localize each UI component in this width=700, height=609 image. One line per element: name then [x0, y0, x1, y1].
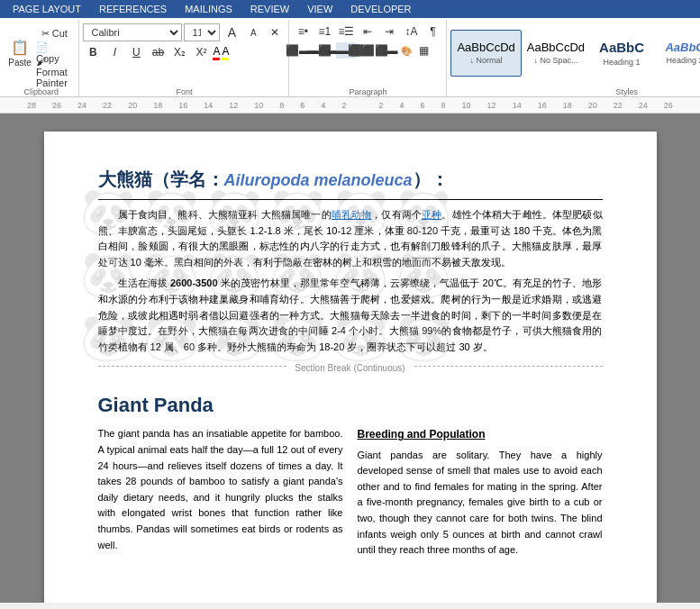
link-mammal[interactable]: 哺乳动物 [332, 209, 372, 220]
style-heading1[interactable]: AaBbC Heading 1 [590, 30, 653, 77]
paragraph-label: Paragraph [293, 86, 442, 96]
tab-view[interactable]: VIEW [298, 0, 341, 18]
col2-title: Breeding and Population [358, 426, 603, 443]
link-subspecies[interactable]: 亚种 [422, 209, 441, 220]
style-heading2-label: Heading 2 [667, 56, 700, 65]
shading-button[interactable]: 🎨 [401, 46, 412, 56]
clear-format-button[interactable]: ✕ [265, 24, 285, 41]
title-scientific: Ailuropoda melanoleuca [224, 171, 413, 189]
shading-icon: 🎨 [401, 46, 412, 56]
title-prefix: 大熊猫（学名： [98, 169, 224, 189]
col1-text: The giant panda has an insatiable appeti… [98, 426, 343, 553]
style-normal-label: ↓ Normal [470, 56, 503, 65]
text-color-button[interactable]: A [213, 45, 220, 60]
styles-label: Styles [450, 86, 700, 96]
italic-button[interactable]: I [105, 44, 124, 60]
ribbon-body: 📋 Paste ✂ Cut 📄 Copy 🖌 Format Painter Cl… [0, 18, 700, 97]
highlight-color-bar [222, 58, 229, 60]
underline-button[interactable]: U [126, 44, 146, 60]
font-size-select[interactable]: 11 [184, 23, 220, 41]
paste-icon: 📋 [11, 38, 29, 58]
paste-button[interactable]: 📋 Paste [7, 30, 32, 77]
col2-text: Giant pandas are solitary. They have a h… [358, 448, 603, 559]
cut-button[interactable]: ✂ Cut [33, 25, 75, 43]
title-suffix: ）： [413, 169, 449, 189]
tab-review[interactable]: REVIEW [241, 0, 298, 18]
paste-label: Paste [8, 58, 32, 68]
column-1: The giant panda has an insatiable appeti… [98, 426, 343, 558]
two-column-section: The giant panda has an insatiable appeti… [98, 426, 603, 558]
clipboard-group: 📋 Paste ✂ Cut 📄 Copy 🖌 Format Painter Cl… [4, 20, 79, 96]
grow-font-button[interactable]: A [222, 24, 241, 41]
font-group: Calibri 11 A A ✕ B I U ab X₂ [79, 20, 289, 96]
ruler-numbers: 28 26 24 22 20 18 16 14 12 10 8 6 4 2 2 … [27, 101, 673, 110]
tab-page-layout[interactable]: PAGE LAYOUT [4, 0, 90, 18]
ruler: 28 26 24 22 20 18 16 14 12 10 8 6 4 2 2 … [0, 97, 700, 114]
decrease-indent-button[interactable]: ⇤ [358, 23, 377, 40]
style-normal-preview: AaBbCcDd [457, 41, 514, 55]
document-page[interactable]: 🐼 🐼 🐼 🐼 🐼 🐼 🐼 🐼 🐼 🐼 🐼 🐼 🐼 🐼 🐼 🐼 🐼 🐼 大熊猫（… [44, 132, 657, 603]
document-container: 🐼 🐼 🐼 🐼 🐼 🐼 🐼 🐼 🐼 🐼 🐼 🐼 🐼 🐼 🐼 🐼 🐼 🐼 大熊猫（… [0, 114, 700, 603]
paragraph-1: 属于食肉目、熊科、大熊猫亚科 大熊猫属唯一的哺乳动物，仅有两个亚种。雄性个体稍大… [98, 207, 603, 270]
ribbon-tab-bar: PAGE LAYOUT REFERENCES MAILINGS REVIEW V… [0, 0, 700, 18]
line-spacing-button[interactable]: ↕▬ [379, 42, 399, 59]
tab-mailings[interactable]: MAILINGS [176, 0, 241, 18]
show-formatting-button[interactable]: ¶ [423, 23, 442, 40]
font-label: Font [83, 86, 285, 96]
justify-button[interactable]: ⬛⬛⬛ [358, 42, 377, 59]
style-heading1-preview: AaBbC [599, 40, 644, 56]
numbering-button[interactable]: ≡1 [314, 23, 334, 40]
font-name-select[interactable]: Calibri [83, 23, 182, 41]
section-break-label: Section Break (Continuous) [287, 363, 412, 373]
increase-indent-button[interactable]: ⇥ [379, 23, 399, 40]
doc-body-chinese: 属于食肉目、熊科、大熊猫亚科 大熊猫属唯一的哺乳动物，仅有两个亚种。雄性个体稍大… [98, 207, 603, 355]
ribbon: PAGE LAYOUT REFERENCES MAILINGS REVIEW V… [0, 0, 700, 97]
style-heading1-label: Heading 1 [604, 58, 641, 67]
shrink-font-button[interactable]: A [243, 24, 263, 41]
multilevel-list-button[interactable]: ≡☰ [336, 23, 356, 40]
paragraph-group: ≡• ≡1 ≡☰ ⇤ ⇥ ↕A ¶ ⬛▬▬ ▬⬛▬ ▬▬⬛ ⬛⬛⬛ ↕▬ [289, 20, 447, 96]
bullets-button[interactable]: ≡• [293, 23, 313, 40]
style-heading2[interactable]: AaBbC Heading 2 [653, 30, 700, 77]
giant-panda-title: Giant Panda [98, 394, 603, 417]
title-divider [98, 199, 603, 200]
font-color-icon: A [213, 45, 220, 58]
strikethrough-button[interactable]: ab [148, 44, 168, 60]
style-no-spacing-preview: AaBbCcDd [527, 41, 585, 55]
style-heading2-preview: AaBbC [665, 41, 700, 55]
style-no-spacing[interactable]: AaBbCcDd ↓ No Spac... [522, 30, 590, 77]
style-normal[interactable]: AaBbCcDd ↓ Normal [450, 30, 521, 77]
format-painter-button[interactable]: 🖌 Format Painter [33, 63, 75, 81]
clipboard-label: Clipboard [7, 86, 75, 96]
tab-developer[interactable]: DEVELOPER [341, 0, 420, 18]
doc-title-zh: 大熊猫（学名：Ailuropoda melanoleuca）： [98, 168, 603, 192]
section-break: Section Break (Continuous) [98, 366, 603, 383]
subscript-button[interactable]: X₂ [169, 44, 189, 60]
style-no-spacing-label: ↓ No Spac... [533, 56, 577, 65]
borders-button[interactable]: ▦ [414, 42, 433, 59]
styles-group: AaBbCcDd ↓ Normal AaBbCcDd ↓ No Spac... … [447, 20, 700, 96]
highlight-color-button[interactable]: A [222, 45, 229, 60]
bold-button[interactable]: B [83, 44, 103, 60]
paragraph-2: 生活在海拔 2600-3500 米的茂密竹林里，那里常年空气稀薄，云雾缭绕，气温… [98, 276, 603, 355]
sort-button[interactable]: ↕A [401, 23, 421, 40]
tab-references[interactable]: REFERENCES [90, 0, 176, 18]
font-color-bar [213, 58, 220, 60]
superscript-button[interactable]: X² [191, 44, 211, 60]
column-2: Breeding and Population Giant pandas are… [358, 426, 603, 558]
highlight-icon: A [222, 45, 229, 58]
altitude-bold: 2600-3500 [170, 277, 218, 288]
